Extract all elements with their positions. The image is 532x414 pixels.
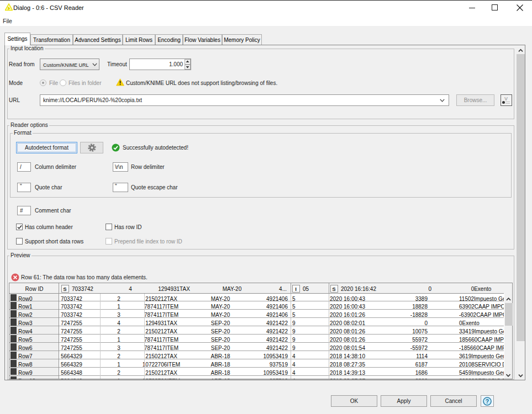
svg-text:?: ?	[486, 398, 489, 405]
